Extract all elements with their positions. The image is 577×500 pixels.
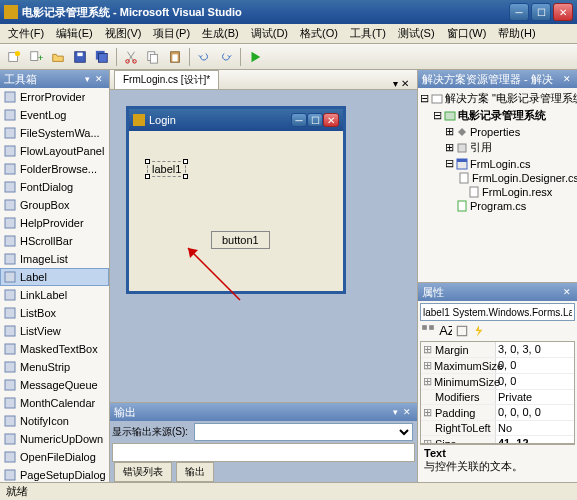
- design-label1[interactable]: label1: [147, 161, 186, 177]
- close-button[interactable]: ✕: [553, 3, 573, 21]
- toolbox-item-filesystemwa[interactable]: FileSystemWa...: [0, 124, 109, 142]
- design-surface[interactable]: Login ─ ☐ ✕ label1 button1: [110, 90, 417, 402]
- toolbox-item-fontdialog[interactable]: FontDialog: [0, 178, 109, 196]
- toolbox-item-pagesetupdialog[interactable]: PageSetupDialog: [0, 466, 109, 482]
- tree-designer-cs[interactable]: FrmLogin.Designer.cs: [420, 171, 575, 185]
- toolbox-item-errorprovider[interactable]: ErrorProvider: [0, 88, 109, 106]
- property-grid[interactable]: ⊞Margin3, 0, 3, 0⊞MaximumSize0, 0⊞Minimu…: [420, 341, 575, 444]
- output-pin-icon[interactable]: ▾: [389, 406, 401, 418]
- menu-build[interactable]: 生成(B): [196, 24, 245, 43]
- property-row-size[interactable]: ⊞Size41, 12: [421, 436, 574, 444]
- output-text[interactable]: [112, 443, 415, 462]
- menu-file[interactable]: 文件(F): [2, 24, 50, 43]
- maximize-button[interactable]: ☐: [531, 3, 551, 21]
- toolbox-item-numericupdown[interactable]: NumericUpDown: [0, 430, 109, 448]
- toolbox-item-maskedtextbox[interactable]: MaskedTextBox: [0, 340, 109, 358]
- property-row-modifiers[interactable]: ModifiersPrivate: [421, 390, 574, 405]
- tab-output[interactable]: 输出: [176, 462, 214, 482]
- properties-header: 属性 ✕: [418, 283, 577, 301]
- property-row-righttoleft[interactable]: RightToLeftNo: [421, 421, 574, 436]
- form-close-button[interactable]: ✕: [323, 113, 339, 127]
- menu-window[interactable]: 窗口(W): [441, 24, 493, 43]
- output-close-icon[interactable]: ✕: [401, 406, 413, 418]
- open-button[interactable]: [48, 47, 68, 67]
- tree-project[interactable]: ⊟电影记录管理系统: [420, 107, 575, 124]
- toolbox-item-groupbox[interactable]: GroupBox: [0, 196, 109, 214]
- toolbox-item-listview[interactable]: ListView: [0, 322, 109, 340]
- tree-resx[interactable]: FrmLogin.resx: [420, 185, 575, 199]
- menu-debug[interactable]: 调试(D): [245, 24, 294, 43]
- toolbox-item-imagelist[interactable]: ImageList: [0, 250, 109, 268]
- tree-properties[interactable]: ⊞Properties: [420, 124, 575, 139]
- toolbox-item-folderbrowse[interactable]: FolderBrowse...: [0, 160, 109, 178]
- toolbox-item-menustrip[interactable]: MenuStrip: [0, 358, 109, 376]
- toolbox-item-label[interactable]: Label: [0, 268, 109, 286]
- svg-rect-33: [5, 416, 15, 426]
- toolbox-item-notifyicon[interactable]: NotifyIcon: [0, 412, 109, 430]
- properties-object-select[interactable]: [420, 303, 575, 321]
- toolbox-item-openfiledialog[interactable]: OpenFileDialog: [0, 448, 109, 466]
- undo-button[interactable]: [194, 47, 214, 67]
- svg-rect-47: [458, 201, 466, 211]
- properties-button[interactable]: [454, 323, 470, 339]
- menu-test[interactable]: 测试(S): [392, 24, 441, 43]
- menu-project[interactable]: 项目(P): [147, 24, 196, 43]
- tree-frmlogin[interactable]: ⊟FrmLogin.cs: [420, 156, 575, 171]
- output-source-select[interactable]: [194, 423, 413, 441]
- solution-tree[interactable]: ⊟解决方案 "电影记录管理系统"(1 个 ⊟电影记录管理系统 ⊞Properti…: [418, 88, 577, 282]
- toolbox-item-listbox[interactable]: ListBox: [0, 304, 109, 322]
- design-button1[interactable]: button1: [211, 231, 270, 249]
- form-maximize-button[interactable]: ☐: [307, 113, 323, 127]
- statusbar: 就绪: [0, 482, 577, 500]
- toolbox-item-eventlog[interactable]: EventLog: [0, 106, 109, 124]
- categorized-button[interactable]: [420, 323, 436, 339]
- property-row-margin[interactable]: ⊞Margin3, 0, 3, 0: [421, 342, 574, 358]
- svg-point-8: [126, 59, 130, 63]
- tab-close-icon[interactable]: ▾ ✕: [389, 78, 413, 89]
- toolbox-item-flowlayoutpanel[interactable]: FlowLayoutPanel: [0, 142, 109, 160]
- svg-rect-34: [5, 434, 15, 444]
- toolbox-item-monthcalendar[interactable]: MonthCalendar: [0, 394, 109, 412]
- copy-button[interactable]: [143, 47, 163, 67]
- svg-rect-21: [5, 200, 15, 210]
- paste-button[interactable]: [165, 47, 185, 67]
- add-item-button[interactable]: +: [26, 47, 46, 67]
- form-minimize-button[interactable]: ─: [291, 113, 307, 127]
- new-project-button[interactable]: [4, 47, 24, 67]
- menu-tools[interactable]: 工具(T): [344, 24, 392, 43]
- design-form-body[interactable]: label1 button1: [129, 131, 343, 291]
- cut-button[interactable]: [121, 47, 141, 67]
- toolbox-item-hscrollbar[interactable]: HScrollBar: [0, 232, 109, 250]
- solution-explorer-header: 解决方案资源管理器 - 解决 ✕: [418, 70, 577, 88]
- tree-solution-root[interactable]: ⊟解决方案 "电影记录管理系统"(1 个: [420, 90, 575, 107]
- panel-close-icon[interactable]: ✕: [93, 73, 105, 85]
- tab-frmlogin-design[interactable]: FrmLogin.cs [设计]*: [114, 70, 219, 89]
- menu-view[interactable]: 视图(V): [99, 24, 148, 43]
- svg-rect-26: [5, 290, 15, 300]
- menu-edit[interactable]: 编辑(E): [50, 24, 99, 43]
- toolbox-item-helpprovider[interactable]: HelpProvider: [0, 214, 109, 232]
- alphabetical-button[interactable]: AZ: [437, 323, 453, 339]
- solution-close-icon[interactable]: ✕: [561, 73, 573, 85]
- property-row-minimumsize[interactable]: ⊞MinimumSize0, 0: [421, 374, 574, 390]
- save-button[interactable]: [70, 47, 90, 67]
- menu-help[interactable]: 帮助(H): [492, 24, 541, 43]
- property-row-maximumsize[interactable]: ⊞MaximumSize0, 0: [421, 358, 574, 374]
- pin-icon[interactable]: ▾: [81, 73, 93, 85]
- redo-button[interactable]: [216, 47, 236, 67]
- minimize-button[interactable]: ─: [509, 3, 529, 21]
- tree-references[interactable]: ⊞引用: [420, 139, 575, 156]
- properties-close-icon[interactable]: ✕: [561, 286, 573, 298]
- menu-format[interactable]: 格式(O): [294, 24, 344, 43]
- tab-error-list[interactable]: 错误列表: [114, 462, 172, 482]
- main-toolbar: +: [0, 44, 577, 70]
- toolbox-item-messagequeue[interactable]: MessageQueue: [0, 376, 109, 394]
- toolbox-item-linklabel[interactable]: LinkLabel: [0, 286, 109, 304]
- tree-program-cs[interactable]: Program.cs: [420, 199, 575, 213]
- events-button[interactable]: [471, 323, 487, 339]
- toolbox-list[interactable]: ErrorProviderEventLogFileSystemWa...Flow…: [0, 88, 109, 482]
- design-form-window[interactable]: Login ─ ☐ ✕ label1 button1: [126, 106, 346, 294]
- start-debug-button[interactable]: [245, 47, 265, 67]
- save-all-button[interactable]: [92, 47, 112, 67]
- property-row-padding[interactable]: ⊞Padding0, 0, 0, 0: [421, 405, 574, 421]
